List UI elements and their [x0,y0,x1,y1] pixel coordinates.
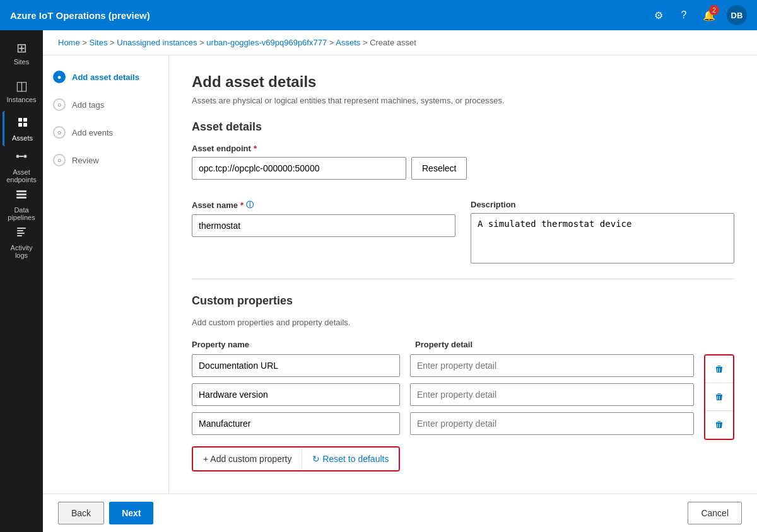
sidebar-item-instances[interactable]: ◫ Instances [3,73,40,108]
asset-details-title: Asset details [192,120,734,134]
notification-badge: 2 [709,5,719,15]
prop-row-1 [192,354,694,377]
prop-name-input-1[interactable] [192,354,400,377]
settings-icon[interactable]: ⚙ [651,8,666,23]
prop-detail-input-2[interactable] [410,383,694,406]
data-pipelines-icon [15,188,28,204]
asset-name-label: Asset name * ⓘ [192,200,455,211]
breadcrumb-current: Create asset [370,38,416,47]
svg-rect-3 [23,123,27,127]
asset-endpoint-input[interactable] [192,157,406,180]
asset-endpoint-label: Asset endpoint * [192,144,734,153]
avatar[interactable]: DB [727,5,747,25]
breadcrumb-instance[interactable]: urban-goggles-v69pq969p6fx777 [206,38,327,47]
svg-rect-13 [17,235,22,236]
step-label-2: Add tags [72,100,104,110]
add-reset-buttons-row: + Add custom property ↻ Reset to default… [192,446,400,471]
back-button[interactable]: Back [58,502,104,524]
breadcrumb-sites[interactable]: Sites [90,38,108,47]
form-area: Add asset details Assets are physical or… [169,55,757,494]
sidebar-item-activity-logs[interactable]: Activity logs [3,224,40,260]
description-label: Description [471,200,734,209]
custom-properties-desc: Add custom properties and property detai… [192,318,734,327]
breadcrumb-assets[interactable]: Assets [336,38,360,47]
next-button[interactable]: Next [109,502,153,524]
asset-endpoints-icon [15,150,28,166]
app-title: Azure IoT Operations (preview) [10,10,150,21]
delete-prop-button-2[interactable] [705,383,733,411]
prop-name-header: Property name [192,340,400,349]
step-circle-2: ○ [53,98,66,111]
step-label-4: Review [72,156,99,165]
sidebar-label-instances: Instances [6,96,36,103]
svg-rect-0 [18,118,22,122]
prop-inputs-col [192,354,694,441]
footer: Back Next Cancel [43,494,757,532]
notifications-icon[interactable]: 🔔 2 [701,8,717,23]
topbar-actions: ⚙ ? 🔔 2 DB [651,5,747,25]
sites-icon: ⊞ [16,40,27,55]
instances-icon: ◫ [16,78,28,93]
sidebar-label-sites: Sites [14,58,29,66]
asset-name-input[interactable] [192,214,455,237]
required-marker: * [254,144,257,153]
prop-detail-header: Property detail [415,340,734,349]
breadcrumb-home[interactable]: Home [58,38,80,47]
prop-detail-input-3[interactable] [410,412,694,435]
svg-rect-9 [16,197,26,199]
endpoint-row: Reselect [192,157,734,180]
activity-logs-icon [15,226,28,241]
description-input[interactable]: A simulated thermostat device [471,213,734,263]
prop-row-3 [192,412,694,435]
page-title: Add asset details [192,73,734,91]
svg-rect-1 [23,118,27,122]
step-circle-1: ● [53,71,66,83]
sidebar-label-activity-logs: Activity logs [5,244,38,259]
svg-point-4 [16,154,20,158]
prop-name-input-3[interactable] [192,412,400,435]
svg-point-5 [24,154,27,158]
add-custom-property-button[interactable]: + Add custom property [193,448,302,470]
prop-rows-container [192,354,734,441]
delete-prop-button-1[interactable] [705,356,733,383]
sidebar-item-sites[interactable]: ⊞ Sites [3,35,40,71]
custom-properties-section: Custom properties Add custom properties … [192,294,734,471]
reset-defaults-button[interactable]: ↻ Reset to defaults [302,448,399,470]
svg-rect-12 [17,233,25,234]
sidebar-label-assets: Assets [12,134,33,142]
svg-rect-2 [18,123,22,127]
delete-buttons-group [704,354,734,440]
help-icon[interactable]: ? [676,8,691,23]
prop-detail-input-1[interactable] [410,354,694,377]
delete-prop-button-3[interactable] [705,411,733,439]
step-review[interactable]: ○ Review [53,154,158,166]
step-add-asset-details[interactable]: ● Add asset details [53,71,158,83]
prop-name-input-2[interactable] [192,383,400,406]
page-subtitle: Assets are physical or logical entities … [192,96,734,105]
sidebar-label-data-pipelines: Data pipelines [5,206,38,221]
section-divider [192,279,734,279]
sidebar-item-assets[interactable]: Assets [3,111,40,146]
sidebar-item-asset-endpoints[interactable]: Asset endpoints [3,149,40,184]
footer-nav-buttons: Back Next [58,502,153,524]
svg-rect-10 [17,228,26,229]
step-circle-4: ○ [53,154,66,166]
step-add-tags[interactable]: ○ Add tags [53,98,158,111]
asset-name-group: Asset name * ⓘ [192,200,455,263]
reselect-button[interactable]: Reselect [411,157,467,180]
name-description-row: Asset name * ⓘ Description A simulated t… [192,200,734,263]
breadcrumb-unassigned-instances[interactable]: Unassigned instances [117,38,197,47]
cancel-button[interactable]: Cancel [688,502,742,524]
asset-name-required: * [240,200,244,210]
steps-panel: ● Add asset details ○ Add tags ○ Add eve… [43,55,169,494]
sidebar-label-asset-endpoints: Asset endpoints [5,168,38,183]
custom-properties-title: Custom properties [192,294,734,308]
sidebar-item-data-pipelines[interactable]: Data pipelines [3,187,40,222]
step-add-events[interactable]: ○ Add events [53,126,158,139]
sidebar: ⊞ Sites ◫ Instances Assets [0,30,43,532]
asset-name-info-icon[interactable]: ⓘ [246,200,254,211]
step-circle-3: ○ [53,126,66,139]
svg-rect-7 [16,190,26,192]
svg-rect-11 [17,230,23,231]
breadcrumb: Home > Sites > Unassigned instances > ur… [43,30,757,55]
